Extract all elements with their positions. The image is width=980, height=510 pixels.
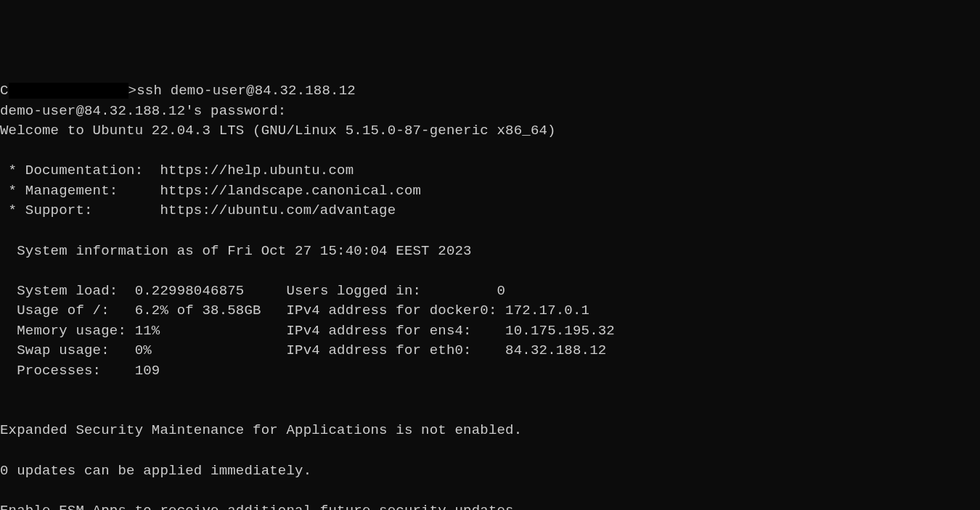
prompt-prefix: C <box>0 83 9 99</box>
ssh-command: ssh demo-user@84.32.188.12 <box>136 83 356 99</box>
doc-label: * Documentation: <box>0 163 160 178</box>
terminal-output[interactable]: C>ssh demo-user@84.32.188.12 demo-user@8… <box>0 81 980 510</box>
prompt-suffix: > <box>128 83 137 99</box>
stat-memory: Memory usage: 11% <box>0 323 286 339</box>
support-label: * Support: <box>0 202 160 218</box>
stat-system-load: System load: 0.22998046875 <box>0 283 286 299</box>
redacted-path <box>9 83 128 99</box>
stat-swap: Swap usage: 0% <box>0 342 286 358</box>
stat-processes: Processes: 109 <box>0 363 160 379</box>
welcome-line: Welcome to Ubuntu 22.04.3 LTS (GNU/Linux… <box>0 123 556 139</box>
mgmt-url: https://landscape.canonical.com <box>160 183 421 199</box>
password-prompt: demo-user@84.32.188.12's password: <box>0 103 286 119</box>
stat-ipv4-docker0: IPv4 address for docker0: 172.17.0.1 <box>286 303 589 318</box>
support-url: https://ubuntu.com/advantage <box>160 202 396 218</box>
esm-status-line: Expanded Security Maintenance for Applic… <box>0 422 522 438</box>
mgmt-label: * Management: <box>0 183 160 199</box>
stat-usage: Usage of /: 6.2% of 38.58GB <box>0 303 286 318</box>
stat-ipv4-ens4: IPv4 address for ens4: 10.175.195.32 <box>286 323 614 339</box>
enable-esm-line-1: Enable ESM Apps to receive additional fu… <box>0 503 522 510</box>
sysinfo-header: System information as of Fri Oct 27 15:4… <box>0 243 472 259</box>
stat-ipv4-eth0: IPv4 address for eth0: 84.32.188.12 <box>286 342 606 358</box>
updates-line: 0 updates can be applied immediately. <box>0 463 311 479</box>
stat-users-logged-in: Users logged in: 0 <box>286 283 505 299</box>
doc-url: https://help.ubuntu.com <box>160 163 354 178</box>
